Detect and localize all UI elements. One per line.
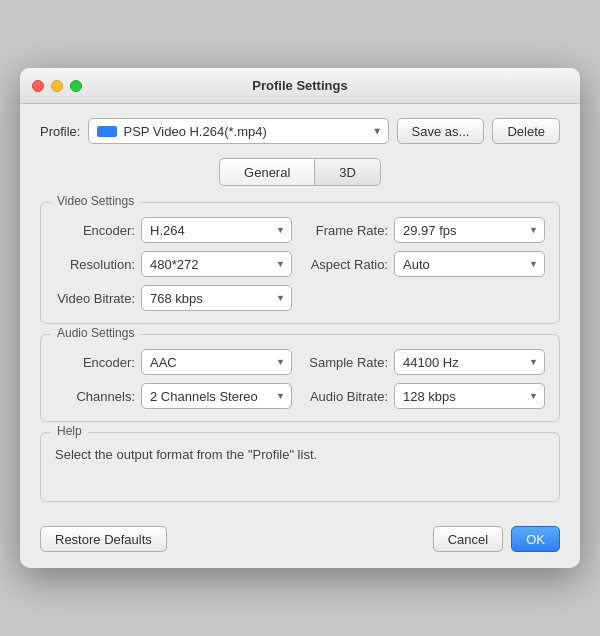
audio-bitrate-label: Audio Bitrate:: [308, 389, 388, 404]
video-settings-section: Video Settings Encoder: H.264 Frame Rate…: [40, 202, 560, 324]
footer-right-buttons: Cancel OK: [433, 526, 560, 552]
resolution-label: Resolution:: [55, 257, 135, 272]
frame-rate-label: Frame Rate:: [308, 223, 388, 238]
aspect-ratio-label: Aspect Ratio:: [308, 257, 388, 272]
profile-select-wrapper: PSP Video H.264(*.mp4) ▼ PSP Video H.264…: [88, 118, 388, 144]
cancel-button[interactable]: Cancel: [433, 526, 503, 552]
resolution-select-wrapper: 480*272: [141, 251, 292, 277]
traffic-lights: [32, 80, 82, 92]
video-bitrate-label: Video Bitrate:: [55, 291, 135, 306]
tab-general[interactable]: General: [219, 158, 314, 186]
ok-button[interactable]: OK: [511, 526, 560, 552]
channels-field-row: Channels: 2 Channels Stereo: [55, 383, 292, 409]
audio-encoder-label: Encoder:: [55, 355, 135, 370]
sample-rate-label: Sample Rate:: [308, 355, 388, 370]
frame-rate-field-row: Frame Rate: 29.97 fps: [308, 217, 545, 243]
encoder-select-wrapper: H.264: [141, 217, 292, 243]
channels-select-wrapper: 2 Channels Stereo: [141, 383, 292, 409]
delete-button[interactable]: Delete: [492, 118, 560, 144]
close-button[interactable]: [32, 80, 44, 92]
minimize-button[interactable]: [51, 80, 63, 92]
help-title: Help: [51, 424, 88, 438]
audio-encoder-field-row: Encoder: AAC: [55, 349, 292, 375]
restore-defaults-button[interactable]: Restore Defaults: [40, 526, 167, 552]
sample-rate-select[interactable]: 44100 Hz: [394, 349, 545, 375]
help-section: Help Select the output format from the "…: [40, 432, 560, 502]
video-bitrate-select-wrapper: 768 kbps: [141, 285, 292, 311]
help-text: Select the output format from the "Profi…: [55, 447, 545, 462]
video-bitrate-field-row: Video Bitrate: 768 kbps: [55, 285, 292, 311]
audio-encoder-select-wrapper: AAC: [141, 349, 292, 375]
window-title: Profile Settings: [252, 78, 347, 93]
audio-bitrate-field-row: Audio Bitrate: 128 kbps: [308, 383, 545, 409]
save-as-button[interactable]: Save as...: [397, 118, 485, 144]
tab-3d[interactable]: 3D: [314, 158, 381, 186]
profile-row: Profile: PSP Video H.264(*.mp4) ▼ PSP Vi…: [40, 118, 560, 144]
encoder-label: Encoder:: [55, 223, 135, 238]
titlebar: Profile Settings: [20, 68, 580, 104]
profile-settings-window: Profile Settings Profile: PSP Video H.26…: [20, 68, 580, 568]
footer: Restore Defaults Cancel OK: [20, 516, 580, 568]
tabs-row: General 3D: [40, 158, 560, 186]
frame-rate-select-wrapper: 29.97 fps: [394, 217, 545, 243]
audio-settings-title: Audio Settings: [51, 326, 140, 340]
sample-rate-select-wrapper: 44100 Hz: [394, 349, 545, 375]
video-settings-title: Video Settings: [51, 194, 140, 208]
sample-rate-field-row: Sample Rate: 44100 Hz: [308, 349, 545, 375]
resolution-select[interactable]: 480*272: [141, 251, 292, 277]
video-fields-grid: Encoder: H.264 Frame Rate: 29.97 fps: [55, 217, 545, 311]
audio-bitrate-select-wrapper: 128 kbps: [394, 383, 545, 409]
maximize-button[interactable]: [70, 80, 82, 92]
resolution-field-row: Resolution: 480*272: [55, 251, 292, 277]
aspect-ratio-select[interactable]: Auto: [394, 251, 545, 277]
encoder-field-row: Encoder: H.264: [55, 217, 292, 243]
channels-label: Channels:: [55, 389, 135, 404]
video-bitrate-select[interactable]: 768 kbps: [141, 285, 292, 311]
profile-label: Profile:: [40, 124, 80, 139]
encoder-select[interactable]: H.264: [141, 217, 292, 243]
frame-rate-select[interactable]: 29.97 fps: [394, 217, 545, 243]
channels-select[interactable]: 2 Channels Stereo: [141, 383, 292, 409]
aspect-ratio-field-row: Aspect Ratio: Auto: [308, 251, 545, 277]
audio-bitrate-select[interactable]: 128 kbps: [394, 383, 545, 409]
audio-settings-section: Audio Settings Encoder: AAC Sample Rate:: [40, 334, 560, 422]
main-content: Profile: PSP Video H.264(*.mp4) ▼ PSP Vi…: [20, 104, 580, 516]
audio-encoder-select[interactable]: AAC: [141, 349, 292, 375]
audio-fields-grid: Encoder: AAC Sample Rate: 44100 Hz: [55, 349, 545, 409]
aspect-ratio-select-wrapper: Auto: [394, 251, 545, 277]
